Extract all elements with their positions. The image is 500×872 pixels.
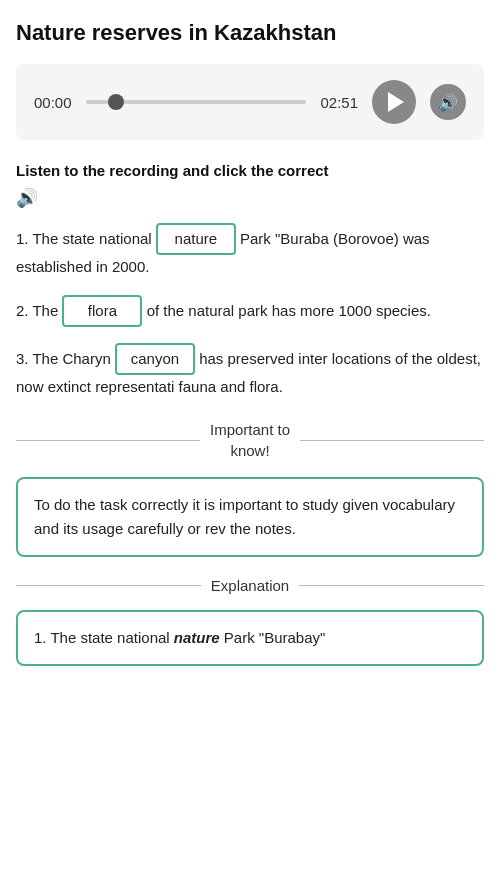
audio-player: 00:00 02:51 🔊	[16, 64, 484, 140]
audio-time-start: 00:00	[34, 94, 72, 111]
volume-icon: 🔊	[438, 93, 458, 112]
info-box: To do the task correctly it is important…	[16, 477, 484, 557]
q3-number: 3.	[16, 350, 29, 367]
q1-answer-box[interactable]: nature	[156, 223, 236, 255]
audio-progress-track[interactable]	[86, 100, 307, 104]
page-title: Nature reserves in Kazakhstan	[16, 20, 484, 46]
q3-answer-box[interactable]: canyon	[115, 343, 195, 375]
q1-number: 1.	[16, 230, 29, 247]
divider-label: Important toknow!	[210, 419, 290, 461]
explanation-prefix: 1. The state national	[34, 629, 174, 646]
audio-volume-button[interactable]: 🔊	[430, 84, 466, 120]
explanation-divider: Explanation	[16, 577, 484, 594]
info-box-text: To do the task correctly it is important…	[34, 496, 455, 537]
question-1: 1. The state national nature Park "Burab…	[16, 223, 484, 279]
explanation-line-right	[299, 585, 484, 586]
instruction-audio-icon: 🔊	[16, 187, 484, 209]
explanation-suffix: Park "Burabay"	[220, 629, 326, 646]
question-3: 3. The Charyn canyon has preserved inter…	[16, 343, 484, 399]
instruction-text: Listen to the recording and click the co…	[16, 160, 484, 181]
q3-prefix: The Charyn	[32, 350, 110, 367]
explanation-bold-answer: nature	[174, 629, 220, 646]
explanation-label: Explanation	[211, 577, 289, 594]
divider-line-right	[300, 440, 484, 441]
play-icon	[388, 92, 404, 112]
important-to-know-divider: Important toknow!	[16, 419, 484, 461]
q2-prefix: The	[32, 302, 58, 319]
audio-progress-thumb[interactable]	[108, 94, 124, 110]
audio-time-end: 02:51	[320, 94, 358, 111]
divider-line-left	[16, 440, 200, 441]
q2-number: 2.	[16, 302, 29, 319]
page-container: Nature reserves in Kazakhstan 00:00 02:5…	[0, 0, 500, 686]
questions-section: 1. The state national nature Park "Burab…	[16, 223, 484, 399]
audio-play-button[interactable]	[372, 80, 416, 124]
q2-suffix: of the natural park has more 1000 specie…	[147, 302, 431, 319]
explanation-line-left	[16, 585, 201, 586]
explanation-box: 1. The state national nature Park "Burab…	[16, 610, 484, 666]
q1-prefix: The state national	[32, 230, 151, 247]
question-2: 2. The flora of the natural park has mor…	[16, 295, 484, 327]
q2-answer-box[interactable]: flora	[62, 295, 142, 327]
